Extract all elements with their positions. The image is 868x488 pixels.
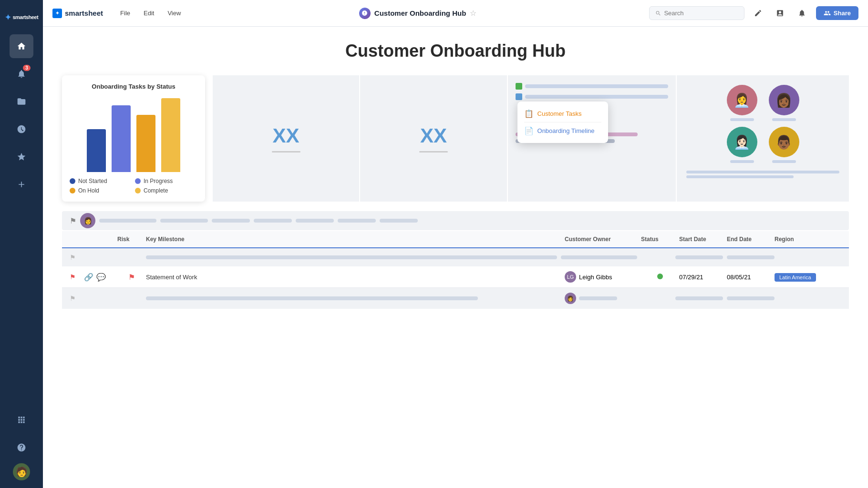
link-bar-2 <box>525 95 669 99</box>
th-icons-space <box>84 236 117 243</box>
th-milestone: Key Milestone <box>146 236 565 243</box>
sidebar-item-home[interactable] <box>10 34 33 58</box>
th-risk: Risk <box>117 236 146 243</box>
sidebar-item-create[interactable] <box>10 173 33 196</box>
present-icon[interactable] <box>772 5 788 21</box>
row-status-1 <box>641 273 679 281</box>
page-icon <box>359 8 371 19</box>
sidebar-item-favorites[interactable] <box>10 145 33 169</box>
link-bar-1 <box>525 84 669 88</box>
th-end: End Date <box>727 236 775 243</box>
avatar-row-1: 👩‍💼 👩🏾 <box>727 85 799 121</box>
metric-bar-2 <box>419 151 448 152</box>
legend-in-progress: In Progress <box>135 178 197 184</box>
topbar-title: Customer Onboarding Hub <box>374 9 466 17</box>
comment-icon[interactable]: 💬 <box>96 273 106 282</box>
topbar-right: Share <box>649 5 858 21</box>
onboarding-timeline-icon: 📄 <box>524 126 534 135</box>
dashboard-row: Onboarding Tasks by Status Not Started I… <box>62 75 849 202</box>
sidebar-item-recent[interactable] <box>10 117 33 141</box>
bar-not-started <box>87 129 106 172</box>
menu-view[interactable]: View <box>162 7 186 20</box>
link-icon[interactable]: 🔗 <box>84 273 93 282</box>
edit-icon[interactable] <box>750 5 766 21</box>
avatar-name-bar-3 <box>730 160 754 163</box>
link-color-2 <box>516 93 522 100</box>
table-top-bar-4 <box>254 219 292 223</box>
favorite-star-icon[interactable]: ☆ <box>470 9 476 18</box>
topbar-menu: File Edit View <box>114 7 186 20</box>
avatar-item-4: 👨🏾 <box>769 127 799 163</box>
table-row-1[interactable]: ⚑ 🔗 💬 ⚑ Statement of Work LG Leigh Gibbs <box>62 266 849 288</box>
info-bar-1 <box>686 171 839 173</box>
row-end-1: 08/05/21 <box>727 274 775 281</box>
sk-flag-2: ⚑ <box>70 294 84 303</box>
avatar-name-bar-4 <box>772 160 796 163</box>
th-owner: Customer Owner <box>565 236 641 243</box>
chart-legend: Not Started In Progress On Hold Complete <box>70 178 197 194</box>
row-risk-1: ⚑ <box>117 273 146 282</box>
bar-on-hold <box>136 115 155 172</box>
row-start-1: 07/29/21 <box>679 274 727 281</box>
chart-title: Onboarding Tasks by Status <box>70 83 197 90</box>
legend-dot-in-progress <box>135 178 141 184</box>
menu-edit[interactable]: Edit <box>138 7 160 20</box>
avatar-circle-1: 👩‍💼 <box>727 85 757 115</box>
sidebar-item-apps[interactable] <box>10 408 33 432</box>
avatar-circle-4: 👨🏾 <box>769 127 799 157</box>
popup-customer-tasks[interactable]: 📋 Customer Tasks <box>524 105 601 122</box>
sidebar-item-folders[interactable] <box>10 90 33 113</box>
popup-onboarding-timeline[interactable]: 📄 Onboarding Timeline <box>524 122 601 139</box>
region-tag-1: Latin America <box>775 273 816 282</box>
search-icon <box>655 10 661 17</box>
metric-value-2: XX <box>420 124 447 147</box>
avatar-name-bar-1 <box>730 118 754 121</box>
topbar-logo: ✦ smartsheet <box>52 9 103 18</box>
search-input[interactable] <box>664 10 738 17</box>
sidebar: ✦ smartsheet 3 🧑 <box>0 0 43 488</box>
avatar-circle-2: 👩🏾 <box>769 85 799 115</box>
link-row-1 <box>516 83 669 90</box>
right-panels: XX XX <box>213 75 849 202</box>
table-row-avatar: 👩 <box>80 213 95 228</box>
flag-filled-icon: ⚑ <box>70 273 76 281</box>
avatar-item-3: 👩🏻‍💼 <box>727 127 757 163</box>
metric-card-1: XX <box>213 75 359 202</box>
sidebar-item-help[interactable] <box>10 436 33 459</box>
topbar-center: Customer Onboarding Hub ☆ <box>186 8 649 19</box>
chart-card: Onboarding Tasks by Status Not Started I… <box>62 75 205 202</box>
avatars-panel: 👩‍💼 👩🏾 👩🏻‍💼 <box>677 75 849 202</box>
metric-value-1: XX <box>273 124 300 147</box>
sidebar-item-notifications[interactable]: 3 <box>10 62 33 86</box>
sk-bar-1c <box>675 255 723 259</box>
avatar-row-2: 👩🏻‍💼 👨🏾 <box>727 127 799 163</box>
row-owner-1: LG Leigh Gibbs <box>565 271 641 283</box>
legend-not-started: Not Started <box>70 178 132 184</box>
legend-dot-on-hold <box>70 188 75 193</box>
user-avatar[interactable]: 🧑 <box>13 463 30 480</box>
table-top-bar-7 <box>380 219 418 223</box>
table-avatar-row: ⚑ 👩 <box>70 213 418 228</box>
metric-card-2: XX <box>360 75 506 202</box>
table-top-bar-6 <box>338 219 376 223</box>
bottom-section: ⚑ 👩 Risk Key Milestone Customer Owner <box>62 211 849 309</box>
owner-avatar-1: LG <box>565 271 576 283</box>
table-top-bar-3 <box>212 219 250 223</box>
sk-bar-2c <box>675 296 723 300</box>
main-wrapper: ✦ smartsheet File Edit View Customer Onb… <box>43 0 868 488</box>
share-button[interactable]: Share <box>816 6 858 20</box>
sk-bars-2 <box>146 296 561 300</box>
legend-dot-complete <box>135 188 141 193</box>
menu-file[interactable]: File <box>114 7 136 20</box>
table-top-bar-2 <box>160 219 208 223</box>
logo-icon: ✦ <box>52 9 62 18</box>
row-region-1: Latin America <box>775 273 841 281</box>
topbar: ✦ smartsheet File Edit View Customer Onb… <box>43 0 868 27</box>
th-flag-space <box>70 236 84 243</box>
avatar-item-1: 👩‍💼 <box>727 85 757 121</box>
table-header: Risk Key Milestone Customer Owner Status… <box>62 231 849 248</box>
table-top-bar-5 <box>296 219 334 223</box>
notifications-icon[interactable] <box>794 5 810 21</box>
sk-bar-2a <box>146 296 478 300</box>
customer-tasks-icon: 📋 <box>524 109 534 118</box>
